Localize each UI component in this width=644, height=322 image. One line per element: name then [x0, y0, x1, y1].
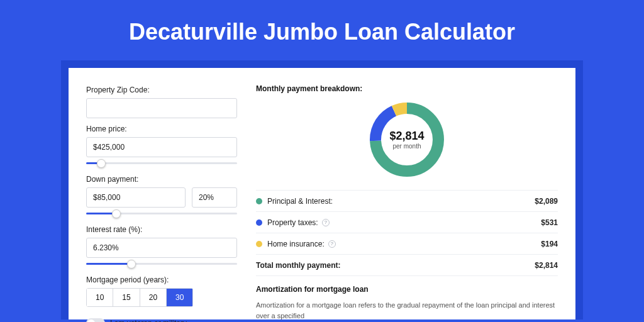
down-payment-slider[interactable]	[86, 209, 237, 219]
zip-label: Property Zip Code:	[86, 86, 237, 94]
veteran-toggle[interactable]	[86, 318, 105, 322]
legend-value: $194	[541, 240, 558, 248]
period-10[interactable]: 10	[87, 289, 113, 306]
rate-label: Interest rate (%):	[86, 225, 237, 234]
legend-row: Principal & Interest:$2,089	[256, 191, 558, 212]
home-price-slider[interactable]	[86, 158, 237, 169]
donut-sub: per month	[392, 143, 421, 150]
legend: Principal & Interest:$2,089Property taxe…	[256, 190, 558, 276]
card-shadow: Property Zip Code: Home price: Down paym…	[61, 60, 583, 319]
legend-row: Home insurance:?$194	[256, 233, 558, 255]
breakdown-title: Monthly payment breakdown:	[256, 84, 558, 93]
calculator-card: Property Zip Code: Home price: Down paym…	[69, 68, 575, 319]
rate-input[interactable]	[86, 238, 237, 258]
rate-slider[interactable]	[86, 259, 237, 269]
donut-chart: $2,814 per month	[367, 99, 447, 180]
legend-label: Principal & Interest:	[267, 197, 530, 206]
down-payment-pct-input[interactable]	[192, 187, 237, 208]
period-15[interactable]: 15	[113, 289, 140, 306]
legend-dot-icon	[256, 219, 262, 226]
period-30[interactable]: 30	[167, 289, 192, 306]
down-payment-label: Down payment:	[86, 175, 237, 184]
page-title: Decaturville Jumbo Loan Calculator	[0, 0, 644, 60]
info-icon[interactable]: ?	[328, 240, 336, 248]
form-panel: Property Zip Code: Home price: Down paym…	[86, 79, 237, 308]
amortization-body: Amortization for a mortgage loan refers …	[256, 300, 558, 321]
home-price-input[interactable]	[86, 137, 237, 157]
legend-row: Property taxes:?$531	[256, 212, 558, 233]
legend-value: $2,089	[535, 197, 558, 206]
legend-value: $531	[541, 218, 558, 227]
legend-total-value: $2,814	[535, 261, 558, 270]
legend-label: Home insurance:?	[267, 240, 536, 248]
legend-label: Property taxes:?	[267, 218, 536, 227]
amortization-title: Amortization for mortgage loan	[256, 285, 558, 294]
down-payment-input[interactable]	[86, 187, 186, 208]
legend-dot-icon	[256, 198, 262, 204]
breakdown-panel: Monthly payment breakdown: $2,814 per mo…	[256, 79, 558, 308]
legend-total-label: Total monthly payment:	[256, 261, 530, 270]
period-20[interactable]: 20	[140, 289, 167, 306]
donut-amount: $2,814	[389, 130, 424, 143]
zip-input[interactable]	[86, 98, 237, 118]
home-price-label: Home price:	[86, 125, 237, 133]
amortization-section: Amortization for mortgage loan Amortizat…	[256, 285, 558, 321]
info-icon[interactable]: ?	[322, 219, 330, 226]
period-label: Mortgage period (years):	[86, 275, 237, 284]
veteran-label: I am veteran or military	[110, 319, 187, 322]
legend-dot-icon	[256, 241, 262, 247]
legend-total-row: Total monthly payment:$2,814	[256, 255, 558, 276]
period-group: 10152030	[86, 288, 193, 307]
